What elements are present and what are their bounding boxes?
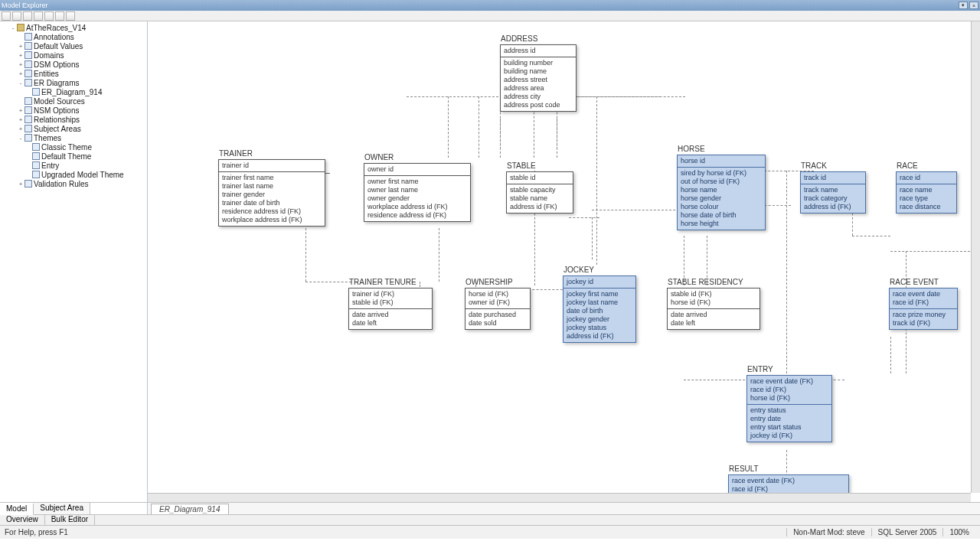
entity-title: OWNER — [364, 153, 394, 161]
entity-title: STABLE — [507, 161, 536, 170]
pin-icon[interactable]: ▾ — [959, 2, 968, 9]
entity-title: TRAINER — [219, 149, 253, 158]
canvas-hscroll[interactable] — [148, 493, 971, 502]
entity-title: RACE — [897, 161, 918, 170]
canvas-tab-diagram[interactable]: ER_Diagram_914 — [151, 504, 229, 514]
entity-stableres[interactable]: STABLE RESIDENCYstable id (FK)horse id (… — [667, 288, 760, 330]
explorer-tabs: Model Subject Area — [0, 502, 147, 514]
close-icon[interactable]: × — [969, 2, 978, 9]
status-server: SQL Server 2005 — [871, 528, 943, 536]
entity-title: RESULT — [729, 465, 759, 473]
tree-item[interactable]: -ER Diagrams — [2, 78, 147, 87]
tool-nav-5[interactable] — [44, 11, 54, 21]
tree-item[interactable]: +Subject Areas — [2, 124, 147, 133]
status-zoom: 100% — [942, 528, 975, 536]
entity-title: ADDRESS — [501, 34, 537, 43]
canvas-tabs: ER_Diagram_914 — [148, 502, 980, 514]
er-diagram-canvas[interactable]: ADDRESSaddress idbuilding numberbuilding… — [148, 21, 980, 502]
entity-track[interactable]: TRACKtrack idtrack nametrack categoryadd… — [800, 171, 866, 214]
entity-race[interactable]: RACErace idrace namerace typerace distan… — [896, 171, 957, 214]
toolstrip — [0, 11, 980, 21]
explorer-titlebar: Model Explorer ▾ × — [0, 0, 980, 11]
tree-item[interactable]: Model Sources — [2, 96, 147, 106]
status-bar: For Help, press F1 Non-Mart Mod: steve S… — [0, 525, 980, 539]
tree-item[interactable]: ER_Diagram_914 — [2, 87, 147, 96]
entity-title: ENTRY — [747, 365, 773, 373]
entity-raceevent[interactable]: RACE EVENTrace event daterace id (FK)rac… — [889, 288, 958, 330]
entity-title: OWNERSHIP — [466, 278, 513, 286]
tree-item[interactable]: +Domains — [2, 51, 147, 60]
tab-bulk-editor[interactable]: Bulk Editor — [45, 515, 95, 525]
entity-title: RACE EVENT — [890, 278, 939, 286]
tab-model[interactable]: Model — [0, 504, 34, 515]
tree-item[interactable]: Classic Theme — [2, 142, 147, 152]
entity-title: STABLE RESIDENCY — [668, 278, 743, 286]
entity-horse[interactable]: HORSEhorse idsired by horse id (FK)out o… — [677, 155, 766, 230]
tree-item[interactable]: +Entities — [2, 69, 147, 78]
entity-trainer[interactable]: TRAINERtrainer idtrainer first nametrain… — [218, 159, 325, 227]
tool-nav-4[interactable] — [34, 11, 43, 21]
entity-title: TRAINER TENURE — [349, 278, 416, 286]
tool-nav-1[interactable] — [2, 11, 11, 21]
tool-nav-7[interactable] — [66, 11, 75, 21]
tree-item[interactable]: -AtTheRaces_V14 — [2, 23, 147, 32]
tree-item[interactable]: Entry — [2, 161, 147, 170]
entity-ownership[interactable]: OWNERSHIPhorse id (FK)owner id (FK)date … — [465, 288, 531, 330]
tree-item[interactable]: Annotations — [2, 32, 147, 41]
entity-stable[interactable]: STABLEstable idstable capacitystable nam… — [506, 171, 573, 214]
explorer-title: Model Explorer — [2, 2, 48, 9]
tool-nav-6[interactable] — [55, 11, 64, 21]
canvas-vscroll[interactable] — [971, 21, 980, 493]
canvas-wrap: ADDRESSaddress idbuilding numberbuilding… — [148, 21, 980, 514]
tree-item[interactable]: -Themes — [2, 133, 147, 142]
entity-title: JOCKEY — [564, 266, 594, 274]
entity-address[interactable]: ADDRESSaddress idbuilding numberbuilding… — [500, 44, 577, 112]
tree-item[interactable]: Upgraded Model Theme — [2, 170, 147, 179]
tree-item[interactable]: +Relationships — [2, 115, 147, 124]
tool-nav-2[interactable] — [12, 11, 21, 21]
entity-owner[interactable]: OWNERowner idowner first nameowner last … — [364, 163, 471, 222]
tab-overview[interactable]: Overview — [0, 515, 45, 525]
model-explorer-panel: -AtTheRaces_V14 Annotations+Default Valu… — [0, 21, 148, 514]
tree-item[interactable]: +Validation Rules — [2, 179, 147, 188]
entity-title: HORSE — [678, 145, 705, 153]
tab-subject-area[interactable]: Subject Area — [34, 503, 90, 514]
tree-item[interactable]: +Default Values — [2, 41, 147, 51]
tree-item[interactable]: Default Theme — [2, 152, 147, 161]
entity-entry[interactable]: ENTRYrace event date (FK)race id (FK)hor… — [746, 375, 832, 442]
entity-jockey[interactable]: JOCKEYjockey idjockey first namejockey l… — [563, 276, 636, 343]
entity-title: TRACK — [801, 161, 827, 170]
tree-item[interactable]: +DSM Options — [2, 60, 147, 69]
entity-trainerten[interactable]: TRAINER TENUREtrainer id (FK)stable id (… — [348, 288, 433, 330]
tree-item[interactable]: +NSM Options — [2, 106, 147, 115]
footer-tabs: Overview Bulk Editor — [0, 514, 980, 525]
status-model: Non-Mart Mod: steve — [786, 528, 871, 536]
tool-nav-3[interactable] — [23, 11, 32, 21]
model-tree[interactable]: -AtTheRaces_V14 Annotations+Default Valu… — [0, 21, 147, 502]
status-help: For Help, press F1 — [5, 528, 68, 536]
